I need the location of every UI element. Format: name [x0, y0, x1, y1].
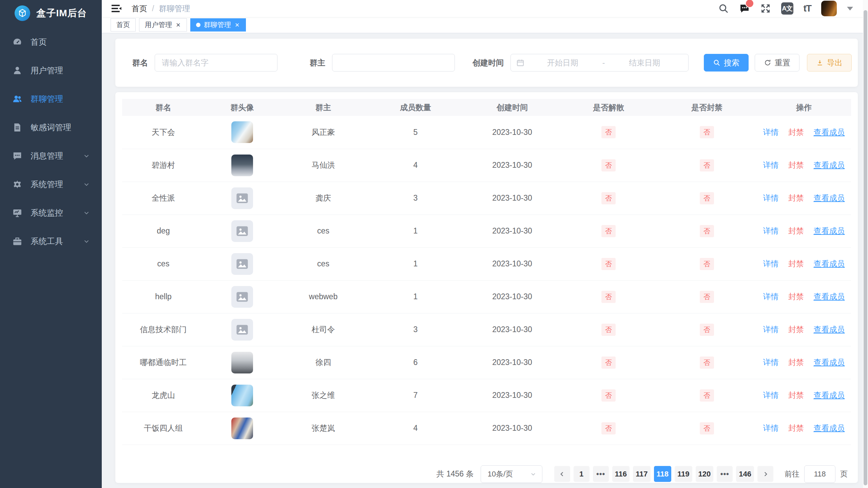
tab-close-icon[interactable]: × — [234, 21, 240, 29]
messages-icon[interactable] — [739, 3, 750, 14]
cell-created: 2023-10-30 — [464, 149, 560, 182]
page-number-button[interactable]: 116 — [612, 466, 630, 482]
chevron-down-icon — [83, 209, 90, 217]
user-avatar[interactable] — [821, 1, 837, 16]
ban-link[interactable]: 封禁 — [788, 358, 804, 367]
scrollbar-thumb[interactable] — [864, 10, 867, 485]
page-number-button[interactable]: ••• — [717, 466, 733, 482]
language-switch-icon[interactable]: A文 — [781, 2, 793, 15]
page-number-button[interactable]: 120 — [696, 466, 714, 482]
banned-status-badge: 否 — [700, 291, 714, 303]
font-size-icon[interactable]: tT — [804, 3, 811, 14]
tab-close-icon[interactable]: × — [175, 21, 181, 29]
ban-link[interactable]: 封禁 — [788, 128, 804, 137]
detail-link[interactable]: 详情 — [763, 194, 779, 202]
prev-page-button[interactable] — [554, 466, 570, 482]
page-number-button[interactable]: ••• — [593, 466, 609, 482]
tab-label: 首页 — [116, 20, 130, 29]
table-row: 碧游村 马仙洪 4 2023-10-30 否 否 — [122, 149, 851, 182]
group-table-card: 群名 群头像 群主 成员数量 创建时间 是否解散 是否封禁 操作 天下会 — [115, 92, 858, 483]
table-header-row: 群名 群头像 群主 成员数量 创建时间 是否解散 是否封禁 操作 — [122, 99, 851, 116]
ban-link[interactable]: 封禁 — [788, 259, 804, 268]
date-range-picker[interactable]: 开始日期 - 结束日期 — [510, 54, 689, 72]
ban-link[interactable]: 封禁 — [788, 391, 804, 400]
sidebar-collapse-icon[interactable] — [111, 3, 122, 14]
detail-link[interactable]: 详情 — [763, 226, 779, 235]
goto-page-input[interactable] — [804, 465, 835, 483]
view-tab[interactable]: 用户管理 × — [139, 18, 187, 32]
ban-link[interactable]: 封禁 — [788, 292, 804, 301]
ban-link[interactable]: 封禁 — [788, 194, 804, 202]
view-tab[interactable]: 群聊管理 × — [190, 18, 246, 32]
sidebar-menu-item[interactable]: 系统工具 — [0, 227, 102, 256]
page-number-button[interactable]: 146 — [736, 466, 754, 482]
view-members-link[interactable]: 查看成员 — [813, 292, 845, 301]
breadcrumb-home[interactable]: 首页 — [132, 3, 147, 14]
view-members-link[interactable]: 查看成员 — [813, 391, 845, 400]
sidebar-menu-item[interactable]: 首页 — [0, 28, 102, 56]
view-members-link[interactable]: 查看成员 — [813, 259, 845, 268]
view-members-link[interactable]: 查看成员 — [813, 424, 845, 432]
view-members-link[interactable]: 查看成员 — [813, 358, 845, 367]
total-count-label: 共 1456 条 — [437, 469, 474, 479]
page-number-button[interactable]: 117 — [633, 466, 651, 482]
page-number-button[interactable]: 119 — [675, 466, 692, 482]
menu-item-label: 敏感词管理 — [31, 122, 71, 133]
ban-link[interactable]: 封禁 — [788, 325, 804, 334]
dissolved-status-badge: 否 — [601, 258, 616, 270]
col-header-banned: 是否封禁 — [657, 99, 757, 116]
group-avatar-image — [231, 286, 253, 308]
sidebar-menu-item[interactable]: 用户管理 — [0, 56, 102, 85]
banned-status-badge: 否 — [700, 357, 714, 369]
fullscreen-icon[interactable] — [760, 3, 771, 14]
sidebar-menu-item[interactable]: 群聊管理 — [0, 85, 102, 113]
detail-link[interactable]: 详情 — [763, 128, 779, 137]
banned-status-badge: 否 — [700, 389, 714, 402]
cell-group-name: ces — [122, 247, 205, 280]
view-members-link[interactable]: 查看成员 — [813, 128, 845, 137]
dissolved-status-badge: 否 — [601, 357, 616, 369]
sidebar-menu-item[interactable]: 系统管理 — [0, 170, 102, 199]
search-button[interactable]: 搜索 — [704, 54, 749, 72]
detail-link[interactable]: 详情 — [763, 358, 779, 367]
view-members-link[interactable]: 查看成员 — [813, 226, 845, 235]
group-name-input[interactable] — [155, 54, 277, 72]
ban-link[interactable]: 封禁 — [788, 424, 804, 432]
sidebar-menu-item[interactable]: 消息管理 — [0, 142, 102, 170]
next-page-button[interactable] — [757, 466, 773, 482]
view-members-link[interactable]: 查看成员 — [813, 161, 845, 169]
page-size-select[interactable]: 10条/页 — [481, 465, 542, 483]
group-owner-input[interactable] — [332, 54, 455, 72]
detail-link[interactable]: 详情 — [763, 391, 779, 400]
user-menu-caret-icon[interactable] — [847, 7, 853, 11]
ban-link[interactable]: 封禁 — [788, 161, 804, 169]
top-navbar: 首页 / 群聊管理 — [102, 0, 868, 17]
cell-dissolved: 否 — [560, 149, 657, 182]
page-number-button[interactable]: 1 — [574, 466, 590, 482]
export-button[interactable]: 导出 — [807, 54, 852, 72]
detail-link[interactable]: 详情 — [763, 259, 779, 268]
group-avatar-image — [231, 121, 253, 143]
detail-link[interactable]: 详情 — [763, 325, 779, 334]
view-members-link[interactable]: 查看成员 — [813, 325, 845, 334]
navbar-actions: A文 tT — [718, 1, 853, 16]
reset-button-label: 重置 — [775, 58, 790, 68]
detail-link[interactable]: 详情 — [763, 424, 779, 432]
sidebar-menu-item[interactable]: 敏感词管理 — [0, 113, 102, 142]
ban-link[interactable]: 封禁 — [788, 226, 804, 235]
reset-button[interactable]: 重置 — [755, 54, 799, 72]
view-tab[interactable]: 首页 — [111, 18, 136, 32]
search-icon[interactable] — [718, 3, 729, 14]
sidebar-menu-item[interactable]: 系统监控 — [0, 199, 102, 227]
page-number-button[interactable]: 118 — [654, 466, 672, 482]
col-header-dissolved: 是否解散 — [560, 99, 657, 116]
detail-link[interactable]: 详情 — [763, 292, 779, 301]
cell-created: 2023-10-30 — [464, 215, 560, 247]
cell-avatar — [205, 313, 280, 346]
table-row: 信息技术部门 杜司令 3 2023-10-30 否 否 — [122, 313, 851, 346]
cell-created: 2023-10-30 — [464, 313, 560, 346]
app-logo[interactable]: 盒子IM后台 — [0, 0, 102, 26]
dissolved-status-badge: 否 — [601, 389, 616, 402]
view-members-link[interactable]: 查看成员 — [813, 194, 845, 202]
detail-link[interactable]: 详情 — [763, 161, 779, 169]
